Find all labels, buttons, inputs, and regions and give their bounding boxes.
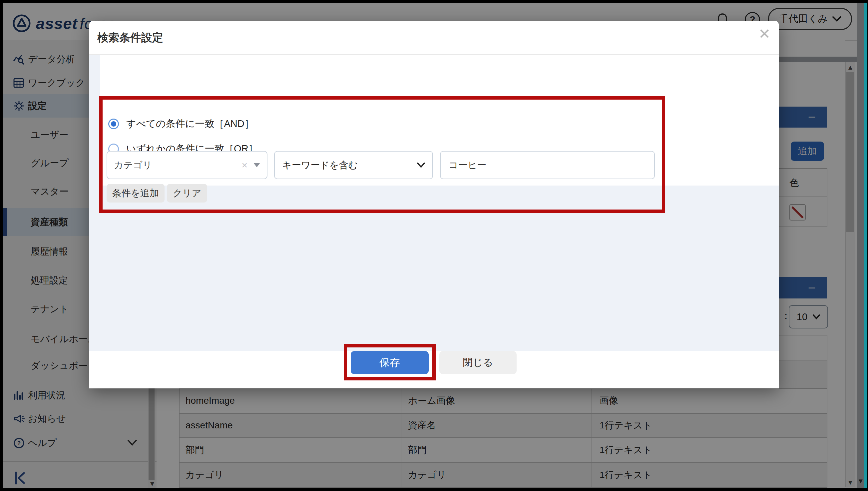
close-icon[interactable]: × — [759, 24, 770, 43]
modal-title: 検索条件設定 — [97, 30, 163, 45]
window-edge-accent — [864, 3, 867, 488]
modal-body: すべての条件に一致［AND］ いずれかの条件に一致［OR］ カテゴリ × キーワ… — [89, 55, 779, 351]
search-condition-modal: 検索条件設定 × すべての条件に一致［AND］ いずれかの条件に一致［OR］ カ… — [89, 21, 779, 388]
close-button[interactable]: 閉じる — [439, 351, 517, 374]
screenshot-frame: assetforce ? 千代田くみ データ分析 — [0, 0, 868, 491]
annotation-box-conditions — [99, 96, 665, 213]
annotation-box-save — [344, 344, 436, 380]
modal-footer: 保存 閉じる — [89, 351, 779, 388]
